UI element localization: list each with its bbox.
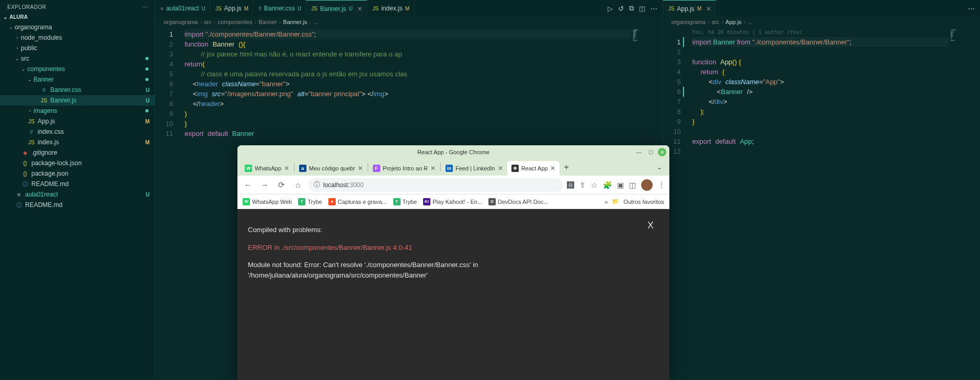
tree-item-banner-js[interactable]: JSBanner.jsU: [0, 95, 155, 106]
back-button[interactable]: ←: [242, 179, 254, 191]
breadcrumb-segment[interactable]: Banner: [258, 19, 277, 25]
tab-title: Feed | LinkedIn: [455, 165, 495, 171]
breadcrumb-segment[interactable]: src: [204, 19, 212, 25]
close-tab-icon[interactable]: ✕: [284, 165, 289, 172]
tree-label: src: [21, 55, 151, 62]
reading-list-icon[interactable]: ◫: [629, 181, 636, 189]
bookmark-item[interactable]: TTrybe: [393, 198, 417, 205]
chrome-titlebar[interactable]: React App - Google Chrome — ☐ ✕: [237, 145, 669, 159]
editor-body-2[interactable]: You, há 26 minutos | 1 author (You) 1234…: [663, 27, 980, 380]
tree-item-banner-css[interactable]: #Banner.cssU: [0, 85, 155, 95]
close-tab-icon[interactable]: ✕: [498, 165, 503, 172]
breadcrumb-segment[interactable]: organograma: [164, 19, 198, 25]
browser-tab[interactable]: inFeed | LinkedIn✕: [441, 161, 507, 176]
bookmark-favicon: T: [393, 198, 401, 205]
more-icon[interactable]: ⋯: [651, 5, 657, 13]
tree-item-package-json[interactable]: {}package.json: [0, 168, 155, 179]
close-button[interactable]: ✕: [658, 148, 666, 156]
more-icon[interactable]: ⋯: [968, 5, 975, 13]
bookmark-item[interactable]: DDevDocs API Doc...: [488, 198, 549, 205]
bookmark-item[interactable]: WWhatsApp Web: [243, 198, 292, 205]
editor-tab[interactable]: JSApp.jsM: [210, 0, 253, 17]
home-button[interactable]: ⌂: [292, 179, 304, 191]
extensions-icon[interactable]: 🧩: [603, 181, 612, 189]
file-icon: JS: [215, 6, 222, 11]
reload-button[interactable]: ⟳: [275, 179, 288, 191]
explorer-more-icon[interactable]: ⋯: [142, 4, 148, 10]
breadcrumb-sep: ›: [214, 19, 216, 25]
code-content[interactable]: import Banner from "./componentes/Banner…: [688, 27, 949, 380]
tree-item-banner[interactable]: ⌄Banner: [0, 74, 155, 85]
workspace-section[interactable]: ⌄ ALURA: [0, 12, 155, 22]
profile-avatar[interactable]: [641, 179, 653, 191]
tree-item-index-js[interactable]: JSindex.jsM: [0, 137, 155, 147]
editor-tab[interactable]: JSBanner.jsU✕: [306, 0, 367, 17]
browser-tab[interactable]: FProjeto Intro ao R✕: [369, 161, 440, 176]
bookmark-item[interactable]: ●Capturas e grava...: [328, 198, 387, 205]
other-bookmarks[interactable]: Outros favoritos: [623, 199, 664, 205]
minimap[interactable]: ██ ██ ████ █████████████████ ██: [949, 27, 980, 380]
tree-item-src[interactable]: ⌄src: [0, 53, 155, 64]
breadcrumb-segment[interactable]: organograma: [671, 19, 705, 25]
sidepanel-icon[interactable]: ▣: [617, 181, 624, 189]
line-gutter: 1234567891011: [155, 27, 180, 380]
breadcrumb-1[interactable]: organograma›src›componentes›Banner›Banne…: [155, 17, 663, 27]
new-tab-button[interactable]: +: [560, 163, 573, 172]
close-tab-icon[interactable]: ✕: [550, 165, 555, 172]
chevron-icon: ⌄: [7, 25, 15, 30]
address-bar[interactable]: ⓘ localhost:3000: [309, 178, 563, 192]
tab-overflow-button[interactable]: ⌄: [653, 164, 666, 171]
tree-item-aula01react[interactable]: ≡aula01reactU: [0, 189, 155, 200]
split-icon[interactable]: ◫: [639, 5, 645, 13]
favicon: ⚛: [511, 165, 519, 172]
breadcrumb-segment[interactable]: ...: [748, 19, 753, 25]
tree-item-readme-md[interactable]: ⓘREADME.md: [0, 179, 155, 189]
tree-item-readme-md[interactable]: ⓘREADME.md: [0, 200, 155, 210]
browser-tab[interactable]: WWhatsApp✕: [241, 161, 293, 176]
site-info-icon[interactable]: ⓘ: [314, 180, 320, 189]
tree-item--gitignore[interactable]: ◈.gitignore: [0, 147, 155, 158]
forward-button[interactable]: →: [258, 179, 271, 191]
overflow-icon[interactable]: »: [605, 199, 608, 205]
close-tab-icon[interactable]: ✕: [358, 165, 363, 172]
maximize-button[interactable]: ☐: [646, 148, 655, 156]
chevron-icon: ›: [14, 35, 21, 40]
breadcrumb-segment[interactable]: ...: [313, 19, 318, 25]
tree-item-app-js[interactable]: JSApp.jsM: [0, 116, 155, 126]
bookmark-item[interactable]: K!Play Kahoot! - En...: [423, 198, 482, 205]
editor-tab[interactable]: JSApp.jsM✕: [663, 0, 716, 17]
close-tab-icon[interactable]: ✕: [706, 5, 711, 13]
editor-tab[interactable]: JSindex.jsM: [367, 0, 414, 17]
editor-tab[interactable]: #Banner.cssU: [253, 0, 306, 17]
menu-icon[interactable]: ⋮: [658, 181, 665, 189]
tree-item-componentes[interactable]: ⌄componentes: [0, 64, 155, 74]
history-icon[interactable]: ↺: [618, 5, 624, 13]
minimize-button[interactable]: —: [635, 148, 643, 156]
breadcrumb-2[interactable]: organograma›src›App.js›...: [663, 17, 980, 27]
breadcrumb-segment[interactable]: Banner.js: [283, 19, 307, 25]
browser-tab[interactable]: ⚛React App✕: [507, 161, 560, 176]
close-tab-icon[interactable]: ✕: [430, 165, 436, 172]
dismiss-error-button[interactable]: X: [647, 218, 654, 233]
browser-tab[interactable]: aMeu código quebr✕: [295, 161, 367, 176]
tree-item-index-css[interactable]: #index.css: [0, 126, 155, 137]
tree-item-imagens[interactable]: ›imagens: [0, 106, 155, 116]
dirty-dot: [145, 57, 149, 60]
tree-item-public[interactable]: ›public: [0, 43, 155, 53]
editor-tab[interactable]: ≡aula01reactU: [155, 0, 210, 17]
run-icon[interactable]: ▷: [608, 5, 613, 13]
bookmark-item[interactable]: TTrybe: [298, 198, 322, 205]
close-tab-icon[interactable]: ✕: [357, 5, 362, 13]
breadcrumb-segment[interactable]: componentes: [218, 19, 252, 25]
share-icon[interactable]: ⇪: [579, 181, 586, 189]
line-number: 2: [663, 47, 681, 57]
bookmark-icon[interactable]: ☆: [591, 181, 598, 189]
breadcrumb-segment[interactable]: src: [712, 19, 720, 25]
tree-item-organograma[interactable]: ⌄organograma: [0, 22, 155, 32]
diff-icon[interactable]: ⧉: [629, 4, 634, 13]
tree-item-node-modules[interactable]: ›node_modules: [0, 32, 155, 43]
tree-item-package-lock-json[interactable]: {}package-lock.json: [0, 158, 155, 168]
breadcrumb-segment[interactable]: App.js: [725, 19, 742, 25]
translate-icon[interactable]: 🅰: [567, 181, 574, 189]
breadcrumb-sep: ›: [744, 19, 746, 25]
